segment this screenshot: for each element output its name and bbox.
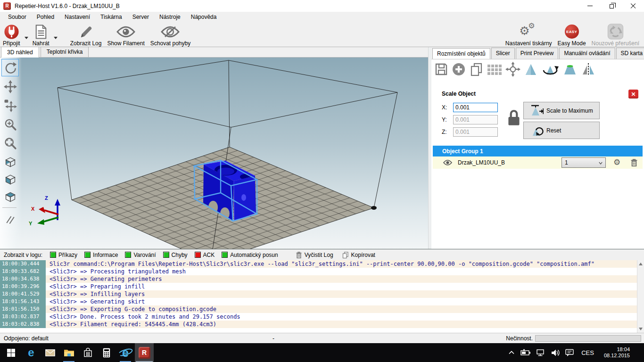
tab-manual-control[interactable]: Manuální ovládání (559, 48, 615, 59)
log-output[interactable]: 18:00:30.444Slic3r command:C:\Program Fi… (0, 260, 644, 333)
taskbar-repetier-button[interactable]: R (135, 343, 154, 362)
object-list-item[interactable]: Drzak_LM10UU_B 1 ⚙ (433, 156, 643, 169)
close-scale-panel-button[interactable]: ✕ (628, 90, 638, 99)
caret-down-icon (25, 37, 28, 39)
menu-bar: Soubor Pohled Nastavení Tiskárna Server … (0, 12, 644, 22)
log-row: 18:03:02.837<Slic3r> Done. Process took … (0, 313, 637, 321)
parallel-projection-button[interactable] (1, 211, 19, 228)
zoom-fit-button[interactable] (1, 134, 19, 152)
front-view-button[interactable] (1, 171, 19, 188)
menu-nastaveni[interactable]: Nastavení (59, 12, 95, 22)
scale-y-input[interactable] (453, 115, 498, 124)
panel-splitter[interactable] (428, 47, 431, 249)
object-visibility-toggle[interactable] (443, 160, 452, 167)
tab-print-preview[interactable]: Print Preview (516, 48, 559, 59)
printer-settings-button[interactable]: ⚙⚙ Nastavení tiskárny (503, 22, 555, 47)
show-log-button[interactable]: Zobrazit Log (67, 22, 105, 47)
add-object-icon[interactable] (452, 62, 466, 76)
top-view-button[interactable] (1, 188, 19, 206)
action-center-icon[interactable] (565, 349, 574, 357)
object-toolbar (434, 61, 596, 78)
filter-errors[interactable]: Chyby (163, 252, 188, 258)
connect-dropdown-arrow[interactable] (23, 37, 30, 39)
hide-moves-button[interactable]: Schovat pohyby (148, 22, 193, 47)
copy-log-button[interactable]: Kopírovat (342, 251, 375, 259)
object-count-dropdown[interactable]: 1 (561, 157, 606, 168)
reset-scale-button[interactable]: Reset (523, 122, 600, 139)
tray-chevron-up-icon[interactable] (508, 349, 515, 356)
menu-tiskarna[interactable]: Tiskárna (95, 12, 127, 22)
autoposition-icon[interactable] (487, 62, 502, 76)
taskbar-calculator-button[interactable] (97, 343, 116, 362)
lock-aspect-button[interactable] (507, 108, 521, 129)
folder-icon (64, 348, 74, 357)
language-indicator[interactable]: CES (579, 349, 596, 356)
menu-nastroje[interactable]: Nástroje (154, 12, 186, 22)
object-delete-button[interactable] (630, 158, 638, 168)
log-row: 18:03:02.838<Slic3r> Filament required: … (0, 321, 637, 328)
3d-viewport[interactable]: Z X Y (0, 58, 428, 249)
filter-ack[interactable]: ACK (195, 252, 215, 258)
filter-autoscroll[interactable]: Automatický posun (222, 252, 278, 258)
isometric-view-button[interactable] (1, 153, 19, 171)
scroll-down-icon[interactable] (639, 328, 643, 330)
object-group-header[interactable]: Object Group 1 (433, 146, 643, 156)
clear-log-button[interactable]: Vyčistit Log (296, 251, 333, 259)
rotate-object-icon[interactable] (541, 62, 559, 76)
taskbar-edge-button[interactable]: e (22, 343, 41, 362)
zoom-in-button[interactable] (1, 115, 19, 133)
status-center-text: - (272, 335, 274, 342)
easy-mode-button[interactable]: EASY Easy Mode (555, 22, 589, 47)
scroll-up-icon[interactable] (639, 263, 643, 265)
connect-button[interactable]: Připojit (0, 22, 23, 47)
object-settings-gear-icon[interactable]: ⚙ (613, 158, 620, 167)
close-button[interactable] (622, 0, 644, 12)
minimize-button[interactable] (579, 0, 601, 12)
3d-scene[interactable]: Z X Y (0, 58, 428, 249)
tab-3d-preview[interactable]: 3D náhled (1, 47, 39, 58)
tab-sd-card[interactable]: SD karta (616, 48, 644, 59)
taskbar-clock[interactable]: 18:04 08.12.2015 (601, 346, 633, 359)
scale-z-input[interactable] (453, 127, 498, 137)
log-scrollbar[interactable] (637, 260, 644, 333)
tab-temperature-curve[interactable]: Teplotní křivka (41, 47, 89, 57)
move-view-button[interactable] (1, 78, 19, 95)
filter-warnings[interactable]: Varování (125, 252, 156, 258)
menu-soubor[interactable]: Soubor (3, 12, 32, 22)
start-button[interactable] (0, 343, 22, 362)
scale-to-maximum-button[interactable]: Scale to Maximum (523, 102, 600, 119)
copy-object-icon[interactable] (469, 62, 483, 76)
load-dropdown-arrow[interactable] (52, 37, 59, 39)
speaker-icon[interactable] (551, 349, 560, 357)
network-icon[interactable] (536, 349, 545, 357)
scale-x-input[interactable] (453, 103, 498, 112)
load-button[interactable]: Nahrát (30, 22, 52, 47)
show-filament-button[interactable]: Show Filament (104, 22, 147, 47)
tab-slicer[interactable]: Slicer (491, 48, 515, 59)
menu-server[interactable]: Server (127, 12, 154, 22)
menu-pohled[interactable]: Pohled (32, 12, 59, 22)
trash-icon (630, 158, 638, 167)
filter-commands[interactable]: Příkazy (50, 252, 77, 258)
connection-status: Odpojeno: default (4, 335, 49, 342)
filter-info[interactable]: Informace (84, 252, 118, 258)
filter-autoscroll-swatch (222, 252, 228, 258)
taskbar-store-button[interactable] (78, 343, 97, 362)
progress-bar (535, 335, 641, 342)
battery-icon[interactable] (520, 349, 531, 356)
taskbar-explorer-button[interactable] (59, 343, 78, 362)
rotate-view-button[interactable] (1, 59, 19, 76)
emergency-stop-button[interactable]: Nouzové přerušení (589, 22, 642, 47)
taskbar-ie-button[interactable]: e (116, 343, 135, 362)
tab-object-placement[interactable]: Rozmístění objektů (432, 48, 490, 59)
move-object-button[interactable] (1, 97, 19, 114)
scale-object-icon[interactable] (524, 62, 538, 76)
menu-napoveda[interactable]: Nápověda (186, 12, 222, 22)
restore-button[interactable] (601, 0, 622, 12)
center-object-icon[interactable] (505, 62, 520, 77)
svg-text:Z: Z (45, 195, 48, 201)
mirror-object-icon[interactable] (581, 62, 596, 76)
save-icon[interactable] (434, 62, 448, 76)
lay-flat-icon[interactable] (562, 62, 578, 76)
taskbar-mail-button[interactable] (41, 343, 59, 362)
